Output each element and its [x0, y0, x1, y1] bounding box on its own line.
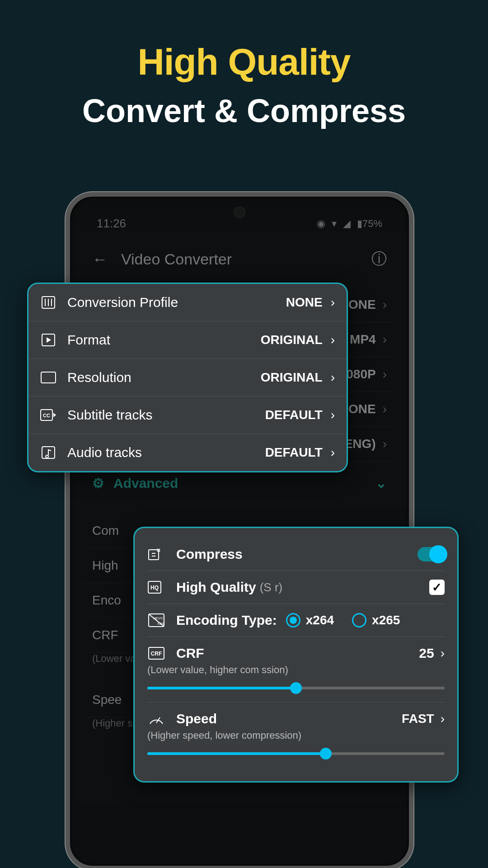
crf-icon: CRF — [147, 645, 165, 661]
row-value: DEFAULT — [265, 445, 323, 460]
svg-text:HQ: HQ — [150, 585, 159, 591]
svg-text:CC: CC — [43, 413, 50, 418]
chevron-right-icon[interactable]: › — [441, 646, 445, 660]
chevron-right-icon: › — [331, 445, 335, 460]
chevron-right-icon[interactable]: › — [441, 712, 445, 726]
compress-icon — [147, 546, 165, 562]
wifi-icon: ▾ — [332, 218, 337, 230]
row-label: High Quality — [176, 580, 256, 595]
row-label: CRF — [176, 646, 204, 661]
svg-text:X264: X264 — [157, 622, 164, 626]
speed-row: Speed FAST › (Higher speed, lower compre… — [147, 703, 445, 768]
radio-x264[interactable]: x264 — [286, 613, 334, 627]
row-label: Format — [67, 332, 110, 348]
row-value: DEFAULT — [265, 408, 323, 422]
conversion-profile-row[interactable]: Conversion Profile NONE › — [28, 284, 347, 321]
radio-label: x264 — [306, 613, 334, 627]
row-value: ORIGINAL — [261, 370, 323, 385]
chevron-down-icon: ⌄ — [375, 475, 387, 491]
row-label: Compress — [176, 547, 243, 562]
hero: High Quality Convert & Compress — [0, 0, 488, 129]
svg-text:CRF: CRF — [151, 651, 162, 657]
music-note-icon — [40, 445, 56, 460]
resolution-row[interactable]: Resolution ORIGINAL › — [28, 359, 347, 396]
gear-icon: ⚙ — [92, 475, 104, 491]
chevron-right-icon: › — [331, 370, 335, 385]
status-bar: 11:26 ◉ ▾ ◢ ▮75% — [83, 212, 396, 240]
row-label: Encoding Type: — [176, 613, 277, 628]
hero-title: High Quality — [0, 41, 488, 83]
row-label: Subtitle tracks — [67, 407, 152, 423]
row-value: ORIGINAL — [261, 333, 323, 347]
compress-toggle[interactable] — [418, 547, 445, 561]
status-time: 11:26 — [97, 217, 126, 231]
app-header: ← Video Converter ⓘ — [83, 240, 396, 283]
speed-note: (Higher speed, lower compression) — [147, 730, 445, 741]
hero-subtitle: Convert & Compress — [0, 92, 488, 129]
help-icon[interactable]: ⓘ — [371, 249, 387, 269]
speed-slider[interactable] — [147, 752, 445, 755]
high-quality-row: HQ High Quality (S r) ✓ — [147, 571, 445, 604]
status-icons: ◉ ▾ ◢ ▮75% — [317, 218, 382, 230]
format-row[interactable]: Format ORIGINAL › — [28, 321, 347, 359]
play-file-icon — [40, 333, 56, 347]
screen-icon — [40, 370, 56, 385]
speed-value: FAST — [402, 712, 434, 726]
crf-value: 25 — [419, 646, 434, 661]
advanced-label: Advanced — [113, 476, 178, 491]
radio-icon — [286, 613, 300, 627]
cc-icon: CC — [40, 408, 56, 422]
encoding-type-row: HEVCX264 Encoding Type: x264 x265 — [147, 604, 445, 637]
chevron-right-icon: › — [331, 408, 335, 422]
signal-icon: ◢ — [343, 218, 351, 230]
compress-settings-panel: Compress HQ High Quality (S r) ✓ HEVCX26… — [133, 527, 459, 783]
row-label: Audio tracks — [67, 445, 142, 460]
chevron-right-icon: › — [331, 295, 335, 310]
row-label: Conversion Profile — [67, 295, 178, 310]
crf-note: (Lower value, higher com ssion) — [147, 664, 445, 676]
chevron-right-icon: › — [331, 333, 335, 347]
row-label: Resolution — [67, 370, 131, 385]
codec-icon: HEVCX264 — [147, 612, 165, 628]
high-quality-checkbox[interactable]: ✓ — [429, 580, 445, 595]
crf-slider[interactable] — [147, 687, 445, 689]
back-icon[interactable]: ← — [92, 250, 108, 268]
encoding-radio-group: x264 x265 — [286, 613, 400, 627]
battery-icon: ▮75% — [357, 218, 382, 230]
audio-tracks-row[interactable]: Audio tracks DEFAULT › — [28, 434, 347, 471]
svg-rect-6 — [41, 372, 56, 383]
compress-row: Compress — [147, 538, 445, 571]
crf-row: CRF CRF 25 › (Lower value, higher com ss… — [147, 637, 445, 703]
svg-marker-5 — [47, 337, 51, 343]
vibrate-icon: ◉ — [317, 218, 325, 230]
svg-text:HEVC: HEVC — [153, 616, 163, 620]
radio-x265[interactable]: x265 — [352, 613, 400, 627]
subtitle-tracks-row[interactable]: CC Subtitle tracks DEFAULT › — [28, 396, 347, 434]
row-value: NONE — [286, 295, 323, 310]
conversion-settings-panel: Conversion Profile NONE › Format ORIGINA… — [27, 283, 348, 472]
speed-icon — [147, 711, 165, 727]
radio-icon — [352, 613, 366, 627]
row-hint: (S r) — [260, 580, 283, 594]
app-title: Video Converter — [121, 250, 232, 268]
row-label: Speed — [176, 711, 217, 726]
hq-icon: HQ — [147, 579, 165, 595]
radio-label: x265 — [372, 613, 400, 627]
sliders-icon — [40, 295, 56, 310]
